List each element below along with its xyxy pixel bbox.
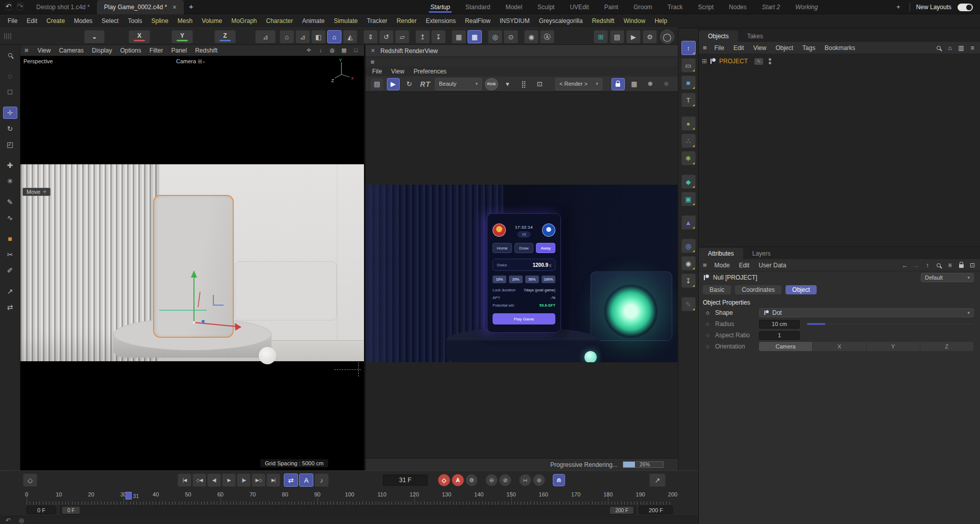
object-mode-icon[interactable]: ⌂ [327, 30, 341, 43]
render-picture-viewer-icon[interactable]: ▶ [626, 30, 641, 43]
menu-tracker[interactable]: Tracker [362, 17, 392, 24]
attribute-chip-coordinates[interactable]: Coordinates [735, 285, 781, 294]
timeline-ruler[interactable]: 0102030405060708090100110120130140150160… [27, 491, 673, 505]
attribute-chip-object[interactable]: Object [786, 285, 817, 294]
menu-edit[interactable]: Edit [22, 17, 42, 24]
attribute-chip-basic[interactable]: Basic [703, 285, 731, 294]
layout-tab-groom[interactable]: Groom [626, 0, 660, 14]
range-handle-left[interactable]: 0 F [62, 507, 80, 514]
panel-tab-objects[interactable]: Objects [699, 31, 738, 42]
texture-mode-icon[interactable]: ◧ [311, 30, 326, 43]
menu-simulate[interactable]: Simulate [329, 17, 362, 24]
layout-tab-track[interactable]: Track [660, 0, 691, 14]
menu-insydium[interactable]: INSYDIUM [495, 17, 534, 24]
camera-object-icon[interactable]: ◉ [681, 256, 696, 270]
range-handle-right[interactable]: 200 F [610, 507, 633, 514]
move-tool-icon[interactable]: ✛ [3, 107, 17, 119]
expand-icon[interactable]: ⊞ [702, 58, 707, 65]
menu-modes[interactable]: Modes [69, 17, 97, 24]
y-axis-lock-button[interactable]: Y [172, 30, 193, 43]
snap-icon[interactable]: ⋒ [553, 474, 565, 486]
viewport-menu-panel[interactable]: Panel [167, 47, 191, 54]
filter-icon[interactable]: ≡ [946, 262, 953, 269]
measure-tool-icon[interactable]: ↗ [3, 285, 17, 297]
autokey-icon[interactable]: A [452, 474, 464, 486]
menu-character[interactable]: Character [261, 17, 298, 24]
rect-selection-icon[interactable]: □ [3, 86, 17, 98]
next-frame-icon[interactable]: |▶ [237, 473, 251, 487]
deformer-object-icon[interactable]: ▲ [681, 215, 696, 230]
document-tab[interactable]: Destop shot 1.c4d * [29, 0, 97, 14]
autokey-range-icon[interactable]: A [299, 473, 313, 487]
next-key-icon[interactable]: ▶◇ [252, 473, 265, 487]
sound-icon[interactable]: ♪ [314, 473, 329, 487]
rotate-tool-icon[interactable]: ↻ [3, 122, 17, 135]
undo-icon[interactable]: ↶ [5, 3, 12, 10]
up-icon[interactable]: ↑ [924, 262, 931, 269]
field-object-icon[interactable]: ◎ [681, 239, 696, 253]
search-icon[interactable] [935, 262, 942, 269]
prev-frame-icon[interactable]: ◀| [207, 473, 221, 487]
viewport-menu-display[interactable]: Display [88, 47, 116, 54]
text-object-icon[interactable]: T [681, 93, 696, 107]
coord-toggle-icon[interactable]: ⇕ [363, 30, 378, 43]
menu-create[interactable]: Create [42, 17, 69, 24]
orientation-camera[interactable]: Camera [759, 342, 813, 351]
panel-menu-icon[interactable]: ≡ [969, 44, 976, 52]
symmetry-icon[interactable]: ◎ [488, 30, 502, 43]
record-rotation-icon[interactable]: ⊘ [499, 474, 511, 486]
dither-icon[interactable]: ⣿ [517, 78, 530, 90]
auto-mode-icon[interactable]: Ⓐ [540, 30, 554, 43]
new-layouts-label[interactable]: New Layouts [916, 4, 951, 11]
object-name[interactable]: PROJECT [719, 58, 748, 65]
quantize-icon[interactable]: ⊚ [533, 474, 545, 486]
orientation-x[interactable]: X [813, 342, 866, 351]
lock-icon[interactable] [958, 262, 965, 269]
record-keyframe-icon[interactable]: ◇ [438, 474, 450, 486]
add-layout-button[interactable]: + [894, 0, 903, 14]
viewport-menu-view[interactable]: View [34, 47, 55, 54]
viewport-canvas[interactable]: Perspective Camera ⊞₊ Y x Z Move✛ Grid S… [20, 56, 364, 470]
mograph-object-icon[interactable]: ◆ [681, 174, 696, 189]
center-axis-icon[interactable]: ⊙ [504, 30, 518, 43]
layout-tab-startup[interactable]: Startup [423, 0, 458, 14]
record-position-icon[interactable]: ⊖ [485, 474, 498, 486]
compare-icon[interactable]: ❄ [660, 78, 673, 90]
sync-view-icon[interactable]: ↓ [316, 46, 325, 55]
live-selection-icon[interactable]: ◌ [3, 70, 17, 82]
cluster-object-icon[interactable]: ∴ [681, 134, 696, 148]
cube-primitive-icon[interactable]: ■ [681, 76, 696, 90]
snapshot-icon[interactable]: ❄ [644, 78, 656, 90]
model-mode-icon[interactable]: ⊿ [296, 30, 310, 43]
objects-menu-file[interactable]: File [710, 44, 729, 52]
pass-select[interactable]: Beauty▾ [435, 78, 482, 90]
document-tab[interactable]: Play Game_0002.c4d *✕ [97, 0, 184, 14]
renderview-menu-preferences[interactable]: Preferences [409, 68, 451, 75]
layout-tab-nodes[interactable]: Nodes [721, 0, 754, 14]
close-tab-icon[interactable]: ✕ [172, 4, 177, 11]
solo-icon[interactable]: ◉ [524, 30, 538, 43]
panel-menu-icon[interactable]: ≡ [703, 261, 707, 269]
camera-label[interactable]: Camera ⊞₊ [176, 58, 205, 65]
back-icon[interactable]: ← [901, 262, 909, 269]
layout-preset-icon[interactable]: ◒ [84, 30, 105, 43]
layout-tab-sculpt[interactable]: Sculpt [530, 0, 562, 14]
prev-key-icon[interactable]: ◇◀ [192, 473, 206, 487]
menu-window[interactable]: Window [619, 17, 650, 24]
rt-label[interactable]: RT [419, 78, 432, 90]
hierarchy-up-icon[interactable]: ↥ [415, 30, 430, 43]
menu-file[interactable]: File [3, 17, 22, 24]
menu-redshift[interactable]: Redshift [587, 17, 619, 24]
take-dropdown[interactable]: Default▾ [921, 273, 974, 282]
layout-tab-start-2[interactable]: Start 2 [754, 0, 788, 14]
menu-tools[interactable]: Tools [123, 17, 146, 24]
coordinate-system-icon[interactable]: ⊿ [255, 30, 276, 43]
current-frame-field[interactable]: 31 F [383, 475, 428, 486]
objects-menu-object[interactable]: Object [771, 44, 798, 52]
lock-icon[interactable] [611, 78, 625, 90]
polypen-tool-icon[interactable]: ■ [3, 233, 17, 245]
forward-icon[interactable]: → [913, 262, 920, 269]
maximize-view-icon[interactable]: □ [352, 46, 360, 55]
viewport-menu-options[interactable]: Options [116, 47, 145, 54]
renderview-menu-file[interactable]: File [368, 68, 386, 75]
